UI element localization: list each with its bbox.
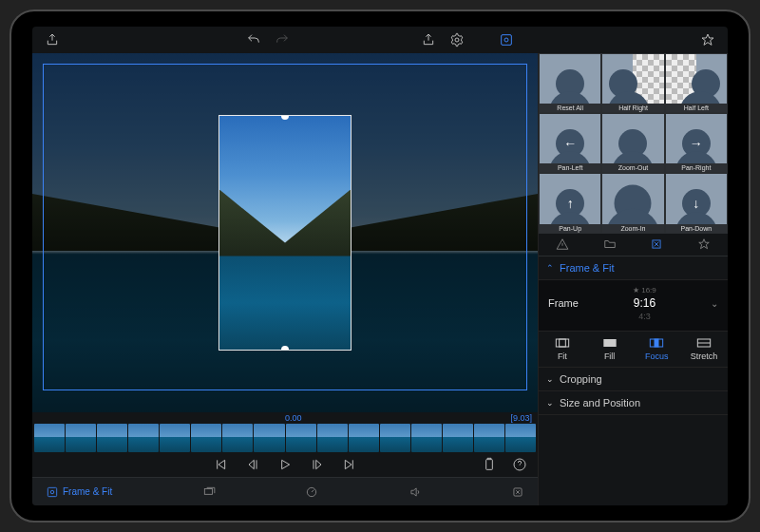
preset-reset-all[interactable]: Reset All [539,53,601,113]
panel-tab-folder-icon[interactable] [586,234,634,256]
app-screen: 0.00 [9.03] [32,27,728,505]
step-forward-icon[interactable] [307,454,328,475]
bottom-tab-layers-icon[interactable] [193,478,225,505]
crop-handle-bottom[interactable] [281,346,289,351]
section-size-position[interactable]: ⌄ Size and Position [539,391,728,415]
crop-rectangle[interactable] [218,115,352,351]
preset-half-left[interactable]: Half Left [665,53,728,113]
svg-rect-7 [204,488,212,494]
preset-grid: Reset All Half Right Half Left ←Pan-Left… [539,53,728,234]
mode-fill[interactable]: Fill [586,332,634,367]
clipboard-icon[interactable] [479,454,500,475]
preset-pan-right[interactable]: →Pan-Right [665,113,728,173]
frame-label: Frame [548,297,579,309]
svg-rect-1 [502,35,512,46]
svg-point-2 [504,38,508,42]
skip-end-icon[interactable] [339,454,360,475]
transport-bar [32,452,538,477]
timeline[interactable] [32,424,538,452]
preset-half-right[interactable]: Half Right [601,53,664,113]
svg-rect-5 [48,487,56,496]
preset-zoom-out[interactable]: Zoom-Out [601,113,664,173]
bottom-tab-effects-icon[interactable] [502,478,534,505]
preset-pan-down[interactable]: ↓Pan-Down [665,173,728,233]
bottom-tab-speed-icon[interactable] [295,478,328,505]
skip-start-icon[interactable] [210,454,231,475]
mode-fit[interactable]: Fit [539,332,586,367]
step-back-icon[interactable] [242,454,263,475]
gear-icon[interactable] [445,29,469,50]
bottom-tab-audio-icon[interactable] [399,478,431,505]
arrow-left-icon: ← [563,136,577,151]
time-labels: 0.00 [9.03] [32,412,538,424]
section-cropping[interactable]: ⌄ Cropping [539,368,728,391]
top-toolbar [32,27,728,53]
arrow-up-icon: ↑ [567,196,574,211]
undo-icon[interactable] [241,29,266,50]
time-end: [9.03] [510,413,532,423]
frame-row[interactable]: Frame ★ 16:9 9:16 4:3 ⌄ [539,280,728,331]
mode-stretch[interactable]: Stretch [680,332,728,367]
export-icon[interactable] [40,29,65,50]
tablet-frame: 0.00 [9.03] [10,10,750,522]
svg-rect-11 [556,339,568,347]
help-icon[interactable] [509,454,530,475]
svg-rect-13 [603,339,616,347]
fit-mode-row: Fit Fill Focus Stretch [539,331,728,368]
chevron-up-icon: ⌃ [546,263,554,273]
panel-tab-crop-icon[interactable] [634,234,681,256]
svg-point-6 [50,490,54,494]
bottom-tab-bar: Frame & Fit [32,477,538,505]
play-icon[interactable] [275,454,295,475]
bottom-tab-frame-fit[interactable]: Frame & Fit [36,478,122,505]
main-area: 0.00 [9.03] [32,53,728,505]
svg-point-0 [455,38,459,42]
chevron-down-icon: ⌄ [711,298,718,309]
arrow-down-icon: ↓ [693,196,699,211]
arrow-right-icon: → [690,136,703,151]
panel-tab-warning-icon[interactable] [539,234,586,256]
svg-rect-15 [655,339,658,347]
bottom-tab-label: Frame & Fit [63,486,112,497]
svg-rect-3 [486,460,493,470]
preview-canvas[interactable] [32,53,538,412]
redo-icon[interactable] [270,29,294,50]
section-frame-fit[interactable]: ⌃ Frame & Fit [539,256,728,280]
frame-ratio-picker[interactable]: ★ 16:9 9:16 4:3 [579,286,711,321]
time-start: 0.00 [76,413,510,423]
preset-pan-up[interactable]: ↑Pan-Up [539,173,601,233]
panel-tab-row [539,234,728,256]
panel-tab-favorite-icon[interactable] [680,234,728,256]
favorite-star-icon[interactable] [695,29,720,50]
preset-zoom-in[interactable]: Zoom-In [601,173,664,233]
chevron-down-icon: ⌄ [546,374,554,384]
preset-pan-left[interactable]: ←Pan-Left [539,113,601,173]
frame-fit-panel-icon[interactable] [494,29,519,50]
mode-focus[interactable]: Focus [634,332,681,367]
share-icon[interactable] [416,29,441,50]
inspector-panel: Reset All Half Right Half Left ←Pan-Left… [538,53,728,505]
svg-rect-12 [560,339,566,347]
left-column: 0.00 [9.03] [32,53,538,505]
chevron-down-icon: ⌄ [546,398,554,408]
